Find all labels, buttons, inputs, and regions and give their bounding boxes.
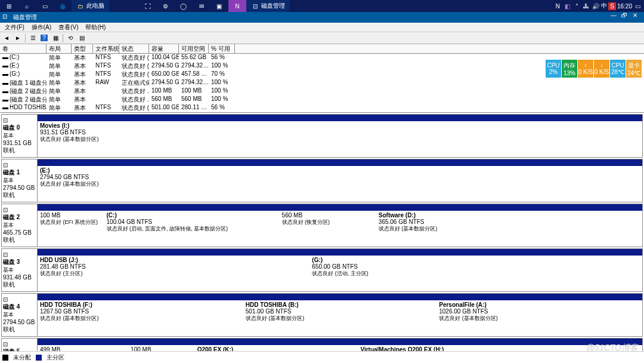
disk-row: ⊡ 磁盘 4基本2794.50 GB联机HDD TOSHIBA (F:)1267… — [1, 293, 643, 337]
watermark: @51CTO博客 — [586, 343, 638, 353]
partition[interactable]: PersonalFile (A:)1026.00 GB NTFS状态良好 (基本… — [436, 300, 642, 336]
tool-grid[interactable]: ▦ — [50, 33, 61, 44]
volume-row[interactable]: ▬(磁盘 1 磁盘分区 2)简单基本RAW正在格式化2794.50 GB2794… — [0, 79, 644, 87]
tray-up-icon[interactable]: ˄ — [572, 2, 581, 10]
tool-fwd[interactable]: ► — [13, 33, 23, 44]
tray-onenote-icon[interactable]: ◧ — [563, 2, 571, 10]
partition[interactable]: (E:)2794.50 GB NTFS状态良好 (基本数据分区) — [38, 166, 642, 202]
perf-t2[interactable]: 显卡24℃ — [626, 60, 642, 78]
tool-refresh[interactable]: ⟲ — [65, 33, 76, 44]
start-button[interactable]: ⊞ — [0, 0, 18, 12]
col-pct[interactable]: % 可用 — [209, 44, 235, 53]
partition[interactable]: 560 MB状态良好 (恢复分区) — [280, 211, 376, 247]
partition[interactable]: HDD TOSHIBA (F:)1267.50 GB NTFS状态良好 (基本数… — [38, 300, 243, 336]
tray-clock[interactable]: 16:20 — [617, 3, 632, 10]
partition[interactable]: (G:)650.00 GB NTFS状态良好 (活动, 主分区) — [309, 256, 642, 291]
disk-partition-strip: HDD TOSHIBA (F:)1267.50 GB NTFS状态良好 (基本数… — [38, 294, 642, 336]
task-chrome[interactable]: ◯ — [175, 0, 193, 12]
task-settings[interactable]: ⚙ — [157, 0, 175, 12]
partition[interactable]: HDD TOSHIBA (B:)501.00 GB NTFS状态良好 (基本数据… — [243, 300, 436, 336]
disk-row: ⊡ 磁盘 0基本931.51 GB联机Movies (I:)931.51 GB … — [1, 114, 643, 158]
disk-row: ⊡ 磁盘 3基本931.48 GB联机HDD USB (J:)281.48 GB… — [1, 248, 643, 292]
volume-list: 卷 布局 类型 文件系统 状态 容量 可用空间 % 可用 ▬(C:)简单基本NT… — [0, 44, 644, 113]
disk-partition-strip: HDD USB (J:)281.48 GB NTFS状态良好 (主分区)(G:)… — [38, 249, 642, 291]
col-cap[interactable]: 容量 — [149, 44, 179, 53]
perf-overlay: CPU2% 内存13% ↑0 K/S ↓0 K/S CPU28℃ 显卡24℃ — [546, 60, 642, 78]
disk-info[interactable]: ⊡ 磁盘 2基本465.75 GB联机 — [2, 204, 38, 247]
tray-net-icon[interactable]: 🖧 — [582, 2, 590, 10]
tool-back[interactable]: ◄ — [1, 33, 12, 44]
disk-row: ⊡ 磁盘 2基本465.75 GB联机100 MB状态良好 (EFI 系统分区)… — [1, 204, 643, 247]
disk-info[interactable]: ⊡ 磁盘 3基本931.48 GB联机 — [2, 249, 38, 291]
app-titlebar: ⊡ 磁盘管理 — 🗗 ✕ — [0, 12, 644, 23]
volume-list-header: 卷 布局 类型 文件系统 状态 容量 可用空间 % 可用 — [0, 44, 644, 54]
menu-file[interactable]: 文件(F) — [1, 23, 28, 32]
perf-dn[interactable]: ↓0 K/S — [594, 60, 609, 78]
menu-help[interactable]: 帮助(H) — [82, 23, 109, 32]
legend: 未分配 主分区 — [0, 351, 644, 363]
legend-primary-swatch — [36, 355, 42, 361]
legend-unalloc: 未分配 — [13, 353, 31, 362]
legend-primary: 主分区 — [47, 353, 64, 362]
col-fs[interactable]: 文件系统 — [93, 44, 119, 53]
tool-props[interactable]: ▤ — [76, 33, 87, 44]
task-onenote[interactable]: N — [228, 0, 246, 12]
disk-info[interactable]: ⊡ 磁盘 0基本931.51 GB联机 — [2, 115, 38, 157]
tool-help[interactable]: ? — [39, 33, 49, 44]
col-status[interactable]: 状态 — [119, 44, 149, 53]
windows-taskbar: ⊞ ⌕ ▭ ◎ 🗀 此电脑 ⛶ ⚙ ◯ ✉ ▣ N ⊡ 磁盘管理 N ◧ ˄ 🖧… — [0, 0, 644, 12]
task-mail[interactable]: ✉ — [193, 0, 210, 12]
app-title: 磁盘管理 — [13, 13, 37, 21]
volume-row[interactable]: ▬HDD TOSHIBA (B:)简单基本NTFS状态良好 (…501.00 G… — [0, 104, 644, 112]
tool-list[interactable]: ☰ — [27, 33, 38, 44]
task-explorer-label: 此电脑 — [86, 2, 104, 10]
partition[interactable]: 100 MB状态良好 (EFI 系统分区) — [38, 211, 104, 247]
col-volume[interactable]: 卷 — [0, 44, 47, 53]
tray-n-icon[interactable]: N — [553, 2, 562, 10]
disk-info[interactable]: ⊡ 磁盘 1基本2794.50 GB联机 — [2, 159, 38, 202]
partition[interactable]: (C:)100.04 GB NTFS状态良好 (启动, 页面文件, 故障转储, … — [104, 211, 280, 247]
disk-partition-strip: Movies (I:)931.51 GB NTFS状态良好 (基本数据分区) — [38, 115, 642, 157]
col-free[interactable]: 可用空间 — [179, 44, 209, 53]
volume-row[interactable]: ▬(磁盘 2 磁盘分区 1)简单基本状态良好 …100 MB100 MB100 … — [0, 87, 644, 96]
tray-action-center-icon[interactable]: ▭ — [633, 2, 642, 10]
partition[interactable]: Movies (I:)931.51 GB NTFS状态良好 (基本数据分区) — [38, 121, 642, 157]
menu-action[interactable]: 操作(A) — [28, 23, 55, 32]
col-type[interactable]: 类型 — [72, 44, 93, 53]
task-screen[interactable]: ▣ — [210, 0, 228, 12]
task-diskmgmt[interactable]: ⊡ 磁盘管理 — [246, 0, 290, 12]
task-edge[interactable]: ◎ — [54, 0, 72, 12]
tray-sogou-icon[interactable]: S — [608, 2, 616, 10]
task-search[interactable]: ⌕ — [18, 0, 36, 12]
partition[interactable]: HDD USB (J:)281.48 GB NTFS状态良好 (主分区) — [38, 256, 309, 291]
disk-info[interactable]: ⊡ 磁盘 4基本2794.50 GB联机 — [2, 294, 38, 336]
legend-unalloc-swatch — [2, 355, 8, 361]
volume-row[interactable]: ▬(磁盘 2 磁盘分区 4)简单基本状态良好 …560 MB560 MB100 … — [0, 96, 644, 104]
app-icon: ⊡ — [2, 13, 11, 21]
perf-t1[interactable]: CPU28℃ — [610, 60, 626, 78]
minimize-button[interactable]: — — [608, 12, 619, 23]
menu-view[interactable]: 查看(V) — [55, 23, 82, 32]
disk-partition-strip: (E:)2794.50 GB NTFS状态良好 (基本数据分区) — [38, 159, 642, 202]
perf-up[interactable]: ↑0 K/S — [578, 60, 593, 78]
disk-partition-strip: 100 MB状态良好 (EFI 系统分区)(C:)100.04 GB NTFS状… — [38, 204, 642, 247]
menubar: 文件(F) 操作(A) 查看(V) 帮助(H) — [0, 23, 644, 32]
task-view[interactable]: ▭ — [36, 0, 54, 12]
partition[interactable]: Software (D:)365.06 GB NTFS状态良好 (基本数据分区) — [376, 211, 642, 247]
task-store[interactable]: ⛶ — [139, 0, 157, 12]
perf-cpu[interactable]: CPU2% — [546, 60, 561, 78]
task-diskmgmt-label: 磁盘管理 — [261, 2, 285, 10]
task-explorer[interactable]: 🗀 此电脑 — [72, 0, 109, 12]
toolbar: ◄ ► ☰ ? ▦ ⟲ ▤ — [0, 32, 644, 44]
restore-button[interactable]: 🗗 — [619, 12, 630, 23]
perf-mem[interactable]: 内存13% — [562, 60, 577, 78]
close-button[interactable]: ✕ — [630, 12, 640, 23]
disk-map: ⊡ 磁盘 0基本931.51 GB联机Movies (I:)931.51 GB … — [0, 113, 644, 355]
disk-row: ⊡ 磁盘 1基本2794.50 GB联机(E:)2794.50 GB NTFS状… — [1, 159, 643, 202]
tray-vol-icon[interactable]: 🔊 — [592, 2, 600, 10]
tray-ime[interactable]: 中 — [601, 2, 607, 10]
col-layout[interactable]: 布局 — [47, 44, 72, 53]
